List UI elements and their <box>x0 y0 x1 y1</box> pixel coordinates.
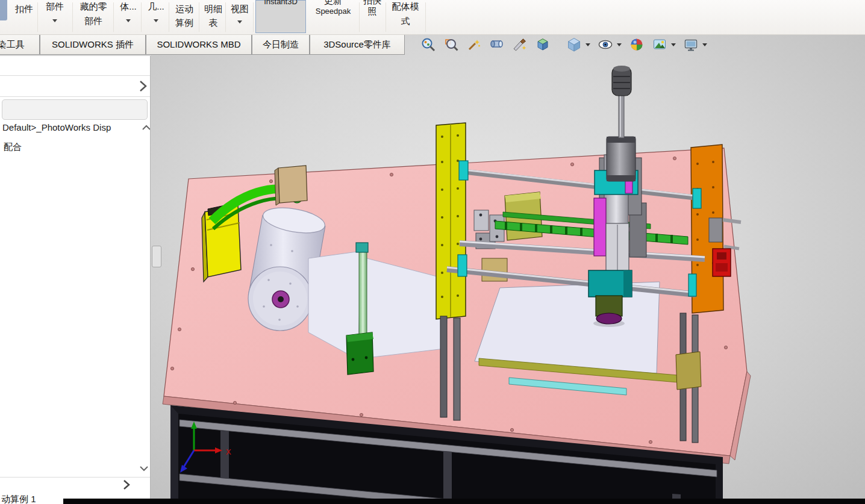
ribbon-instant3d-button[interactable]: Instant3D <box>255 0 306 33</box>
ribbon-reference-geometry-button[interactable]: 几... <box>142 0 170 34</box>
press-cylinder[interactable] <box>607 66 635 181</box>
expand-chevron-icon[interactable] <box>122 479 131 491</box>
graphics-area[interactable]: X <box>151 34 865 504</box>
panel-collapse-chevron-icon[interactable] <box>137 79 148 93</box>
dropdown-arrow-icon <box>154 19 158 22</box>
feature-tree-panel: Default>_PhotoWorks Disp 配合 动算例 1 <box>0 56 151 504</box>
scroll-up-icon[interactable] <box>141 123 151 132</box>
tab-solidworks-mbd[interactable]: SOLIDWORKS MBD <box>146 34 252 55</box>
tab-render-tools[interactable]: 染工具 <box>0 34 40 55</box>
divider <box>0 477 151 478</box>
divider <box>0 75 151 76</box>
motion-study-tab[interactable]: 动算例 1 <box>1 494 36 504</box>
ribbon-update-speedpak-button[interactable]: 更新 Speedpak <box>307 0 359 34</box>
model-3d-view[interactable]: X <box>151 34 865 504</box>
clipped-toolbar-icon <box>0 0 7 20</box>
triad-x-label: X <box>226 447 231 456</box>
ribbon-exploded-view-button[interactable]: 视图 <box>226 0 253 34</box>
bottom-taskbar-strip <box>63 499 865 504</box>
panel-splitter-handle[interactable] <box>152 246 161 267</box>
ribbon-large-assembly-mode-button[interactable]: 配体模 式 <box>387 0 424 34</box>
ribbon-bill-of-materials-button[interactable]: 明细 表 <box>200 0 226 34</box>
dropdown-arrow-icon <box>52 19 57 22</box>
ribbon-assembly-features-button[interactable]: 体... <box>114 0 142 34</box>
tab-3dsource-parts[interactable]: 3DSource零件库 <box>310 34 405 55</box>
tree-item-configuration[interactable]: Default>_PhotoWorks Disp <box>2 122 140 132</box>
ribbon-take-snapshot-button[interactable]: 拍快 照 <box>360 0 384 34</box>
dropdown-arrow-icon <box>126 19 131 22</box>
solidworks-window: X <box>0 0 865 504</box>
display-pane-box[interactable] <box>2 99 148 120</box>
ribbon-toolbar: 扣件 部件 藏的零 部件 体... 几... 运动 算例 明细 表 视图 <box>0 0 865 35</box>
dropdown-arrow-icon <box>237 20 242 23</box>
commandmanager-tab-row: 染工具 SOLIDWORKS 插件 SOLIDWORKS MBD 今日制造 3D… <box>0 34 865 56</box>
ribbon-show-hidden-components-button[interactable]: 藏的零 部件 <box>73 0 113 34</box>
divider <box>0 96 151 97</box>
tab-today-manufacturing[interactable]: 今日制造 <box>252 34 310 55</box>
ribbon-new-motion-study-button[interactable]: 运动 算例 <box>170 0 199 34</box>
ribbon-move-component-button[interactable]: 部件 <box>39 0 71 34</box>
tree-item-mates[interactable]: 配合 <box>4 142 141 153</box>
tab-solidworks-addins[interactable]: SOLIDWORKS 插件 <box>40 34 146 55</box>
scroll-down-icon[interactable] <box>139 464 149 473</box>
roll-bracket[interactable] <box>275 166 307 205</box>
ribbon-smart-fasteners-button[interactable]: 扣件 <box>10 0 39 34</box>
